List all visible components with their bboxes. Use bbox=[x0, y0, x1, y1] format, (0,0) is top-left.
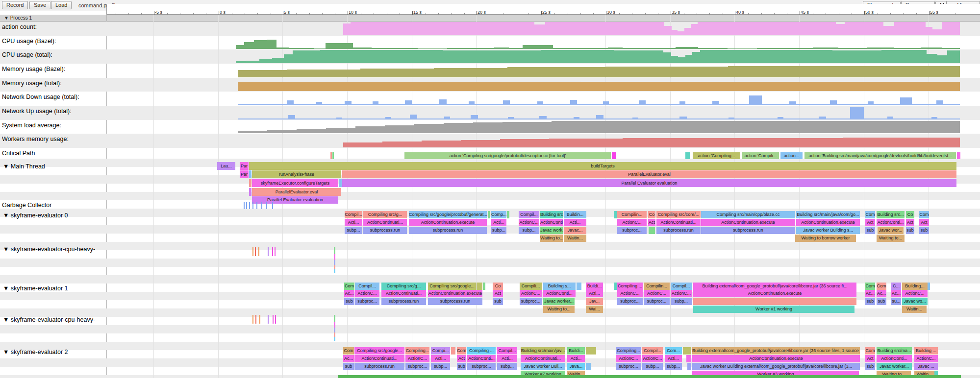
trace-slice[interactable]: Acti... bbox=[497, 355, 517, 362]
trace-slice[interactable] bbox=[249, 188, 251, 196]
trace-slice[interactable]: ActionConti... bbox=[543, 290, 576, 297]
trace-slice[interactable]: sub bbox=[493, 298, 503, 305]
trace-slice[interactable]: Compiling src/g... bbox=[381, 283, 426, 290]
trace-slice[interactable] bbox=[488, 211, 490, 218]
trace-slice[interactable]: Building src/main/java/com/go... bbox=[796, 211, 860, 218]
cpu-heavy1-tick[interactable] bbox=[252, 315, 253, 324]
trace-slice[interactable]: Act bbox=[493, 290, 503, 297]
trace-slice[interactable]: ActionContinuati... bbox=[381, 290, 426, 297]
trace-slice[interactable]: ActionContinuati... bbox=[363, 219, 407, 226]
trace-slice[interactable]: ActionC... bbox=[405, 355, 429, 362]
trace-slice[interactable]: Compili... bbox=[520, 283, 542, 290]
cpu-heavy0-tick[interactable] bbox=[275, 247, 276, 256]
trace-slice[interactable]: subprocess.run bbox=[701, 227, 795, 234]
trace-slice[interactable]: Building... bbox=[902, 283, 928, 290]
trace-slice[interactable]: subp... bbox=[497, 363, 517, 370]
trace-slice[interactable]: ActionC... bbox=[644, 290, 670, 297]
trace-slice[interactable]: Compil... bbox=[642, 347, 663, 354]
garbage-collector-tick[interactable] bbox=[249, 202, 250, 209]
trace-slice[interactable]: ActionContinuation.execute bbox=[796, 219, 860, 226]
trace-slice[interactable]: subproc... bbox=[405, 363, 429, 370]
trace-slice[interactable]: Buildi... bbox=[567, 347, 585, 354]
trace-slice[interactable] bbox=[483, 283, 485, 290]
trace-slice[interactable]: subproc... bbox=[644, 298, 670, 305]
trace-slice[interactable]: Javac worker... bbox=[877, 363, 912, 370]
cpu-heavy1-tick[interactable] bbox=[259, 315, 260, 324]
trace-slice[interactable]: Acti... bbox=[491, 219, 506, 226]
trace-slice[interactable] bbox=[687, 363, 691, 370]
trace-slice[interactable]: ActionContinuation.execute bbox=[693, 290, 856, 297]
trace-slice[interactable]: subproc... bbox=[617, 298, 643, 305]
trace-slice[interactable]: Acti... bbox=[665, 355, 682, 362]
cpu-heavy0-tick[interactable] bbox=[255, 247, 256, 256]
trace-slice[interactable]: subp... bbox=[431, 363, 450, 370]
trace-slice[interactable] bbox=[577, 283, 581, 290]
thread-section-label[interactable]: ▼ skyframe-evaluator 0 bbox=[3, 212, 68, 219]
trace-slice[interactable]: subproc... bbox=[355, 298, 379, 305]
trace-slice[interactable]: Building src... bbox=[877, 211, 905, 218]
trace-slice[interactable]: ActionConti... bbox=[467, 355, 496, 362]
trace-slice[interactable] bbox=[693, 298, 856, 305]
trace-slice[interactable] bbox=[332, 152, 334, 159]
trace-slice[interactable]: Com bbox=[919, 211, 929, 218]
cpu-heavy1-burst-segment[interactable] bbox=[334, 315, 335, 322]
trace-slice[interactable]: Acti... bbox=[567, 355, 585, 362]
trace-slice[interactable]: Waiting to... bbox=[540, 235, 563, 242]
trace-slice[interactable]: Compiling src/google/protobuf/generat... bbox=[409, 211, 487, 218]
trace-slice[interactable]: Waiting to... bbox=[543, 306, 575, 313]
cpu-heavy1-burst-segment[interactable] bbox=[334, 328, 335, 332]
cpu-heavy0-tick[interactable] bbox=[252, 247, 253, 256]
trace-slice[interactable]: buildTargets bbox=[249, 162, 956, 170]
trace-slice[interactable]: Compil... bbox=[497, 347, 517, 354]
trace-slice[interactable]: sub bbox=[906, 227, 914, 234]
trace-slice[interactable]: Act bbox=[457, 355, 466, 362]
trace-slice[interactable]: Waiting to... bbox=[877, 235, 905, 242]
trace-slice[interactable]: Comp... bbox=[491, 211, 506, 218]
trace-slice[interactable]: Javac... bbox=[564, 227, 586, 234]
trace-slice[interactable]: Building external/com_google_protobuf/ja… bbox=[692, 347, 860, 354]
trace-slice[interactable]: Par bbox=[240, 170, 249, 178]
trace-slice[interactable]: Buildi... bbox=[586, 283, 603, 290]
trace-slice[interactable] bbox=[249, 179, 251, 187]
trace-slice[interactable]: sub bbox=[865, 227, 875, 234]
trace-slice[interactable]: Waitin... bbox=[902, 306, 927, 313]
trace-slice[interactable]: ActionContinuation.execute bbox=[428, 290, 482, 297]
trace-slice[interactable] bbox=[683, 347, 691, 354]
trace-slice[interactable]: Worker #1 working bbox=[693, 306, 854, 313]
trace-slice[interactable]: Com bbox=[344, 283, 354, 290]
trace-slice[interactable] bbox=[614, 283, 617, 290]
trace-slice[interactable]: action... bbox=[780, 152, 803, 159]
trace-slice[interactable]: Com bbox=[865, 347, 875, 354]
trace-slice[interactable]: Compiling... bbox=[616, 347, 641, 354]
trace-slice[interactable] bbox=[649, 227, 655, 234]
trace-slice[interactable]: ActionContinuati... bbox=[521, 355, 565, 362]
cpu-heavy0-burst-segment[interactable] bbox=[334, 254, 335, 260]
garbage-collector-tick[interactable] bbox=[244, 202, 245, 209]
trace-slice[interactable]: sub bbox=[865, 363, 875, 370]
trace-slice[interactable]: Compil... bbox=[355, 283, 379, 290]
trace-slice[interactable] bbox=[928, 283, 930, 290]
trace-slice[interactable] bbox=[451, 347, 455, 354]
process-header[interactable]: ▼ Process 1 bbox=[0, 15, 980, 22]
trace-slice[interactable] bbox=[614, 211, 617, 218]
trace-slice[interactable]: Ac... bbox=[891, 290, 901, 297]
trace-slice[interactable]: Javac worker Building external/com_googl… bbox=[692, 363, 860, 370]
garbage-collector-tick[interactable] bbox=[261, 202, 262, 209]
trace-slice[interactable]: ActionContinuation.execute bbox=[701, 219, 795, 226]
cpu-heavy0-burst-segment[interactable] bbox=[334, 260, 335, 265]
trace-slice[interactable]: Acti... bbox=[564, 219, 586, 226]
trace-slice[interactable]: subprocess.run bbox=[381, 298, 426, 305]
trace-slice[interactable]: Act bbox=[906, 219, 914, 226]
trace-slice[interactable]: Javac work... bbox=[540, 227, 563, 234]
trace-slice[interactable]: ActionContinuati... bbox=[354, 355, 404, 362]
trace-slice[interactable]: Co bbox=[648, 211, 655, 218]
trace-slice[interactable]: C... bbox=[891, 283, 901, 290]
trace-slice[interactable]: Compiling src/google... bbox=[428, 283, 476, 290]
trace-slice[interactable]: Jav... bbox=[586, 298, 603, 305]
trace-slice[interactable]: Compiling... bbox=[405, 347, 429, 354]
trace-slice[interactable]: Co bbox=[906, 211, 914, 218]
trace-slice[interactable]: Building src... bbox=[540, 211, 563, 218]
trace-slice[interactable]: Act bbox=[648, 219, 655, 226]
trace-slice[interactable]: subprocess.run bbox=[656, 227, 701, 234]
cpu-heavy0-burst-segment[interactable] bbox=[334, 269, 335, 273]
